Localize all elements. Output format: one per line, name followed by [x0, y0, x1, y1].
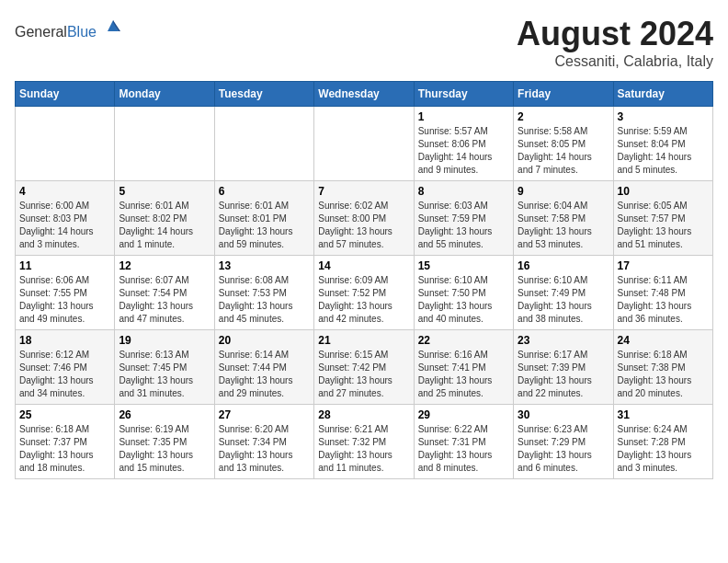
day-number: 5: [119, 185, 210, 198]
weekday-header-wednesday: Wednesday: [314, 82, 414, 107]
weekday-header-sunday: Sunday: [16, 82, 115, 107]
calendar-cell: 5Sunrise: 6:01 AM Sunset: 8:02 PM Daylig…: [115, 181, 214, 256]
weekday-header-monday: Monday: [115, 82, 214, 107]
calendar-week-row: 11Sunrise: 6:06 AM Sunset: 7:55 PM Dayli…: [16, 256, 713, 330]
day-info: Sunrise: 6:04 AM Sunset: 7:58 PM Dayligh…: [518, 200, 609, 251]
day-number: 8: [418, 185, 509, 198]
day-info: Sunrise: 5:58 AM Sunset: 8:05 PM Dayligh…: [518, 125, 609, 177]
calendar-cell: 27Sunrise: 6:20 AM Sunset: 7:34 PM Dayli…: [214, 405, 313, 479]
calendar-cell: 19Sunrise: 6:13 AM Sunset: 7:45 PM Dayli…: [115, 330, 214, 405]
calendar-cell: 1Sunrise: 5:57 AM Sunset: 8:06 PM Daylig…: [414, 107, 513, 181]
calendar-cell: 26Sunrise: 6:19 AM Sunset: 7:35 PM Dayli…: [115, 405, 214, 479]
calendar-cell: [314, 107, 414, 181]
day-number: 16: [518, 259, 609, 272]
calendar-cell: [115, 107, 214, 181]
weekday-header-saturday: Saturday: [613, 82, 712, 107]
weekday-header-row: SundayMondayTuesdayWednesdayThursdayFrid…: [16, 82, 713, 107]
day-number: 26: [119, 408, 210, 421]
day-info: Sunrise: 6:10 AM Sunset: 7:49 PM Dayligh…: [518, 274, 609, 326]
day-number: 20: [219, 334, 310, 347]
day-info: Sunrise: 6:16 AM Sunset: 7:41 PM Dayligh…: [418, 349, 509, 400]
calendar-cell: 24Sunrise: 6:18 AM Sunset: 7:38 PM Dayli…: [613, 330, 712, 405]
day-info: Sunrise: 6:07 AM Sunset: 7:54 PM Dayligh…: [119, 274, 210, 326]
day-number: 30: [518, 408, 609, 421]
calendar-cell: 15Sunrise: 6:10 AM Sunset: 7:50 PM Dayli…: [414, 256, 513, 330]
calendar-cell: 23Sunrise: 6:17 AM Sunset: 7:39 PM Dayli…: [514, 330, 613, 405]
day-info: Sunrise: 6:17 AM Sunset: 7:39 PM Dayligh…: [518, 349, 609, 400]
day-number: 10: [618, 185, 709, 198]
day-number: 13: [219, 259, 310, 272]
calendar-cell: 17Sunrise: 6:11 AM Sunset: 7:48 PM Dayli…: [613, 256, 712, 330]
calendar-cell: 7Sunrise: 6:02 AM Sunset: 8:00 PM Daylig…: [314, 181, 414, 256]
logo-blue-text: Blue: [67, 24, 97, 40]
calendar-cell: 9Sunrise: 6:04 AM Sunset: 7:58 PM Daylig…: [514, 181, 613, 256]
day-number: 6: [219, 185, 310, 198]
day-number: 15: [418, 259, 509, 272]
day-info: Sunrise: 6:19 AM Sunset: 7:35 PM Dayligh…: [119, 423, 210, 475]
calendar-cell: 21Sunrise: 6:15 AM Sunset: 7:42 PM Dayli…: [314, 330, 414, 405]
calendar-cell: 4Sunrise: 6:00 AM Sunset: 8:03 PM Daylig…: [16, 181, 115, 256]
day-number: 1: [418, 110, 509, 123]
page-header: GeneralBlue August 2024 Cessaniti, Calab…: [15, 15, 713, 70]
day-info: Sunrise: 6:24 AM Sunset: 7:28 PM Dayligh…: [618, 423, 709, 475]
day-info: Sunrise: 6:01 AM Sunset: 8:02 PM Dayligh…: [119, 200, 210, 251]
day-number: 23: [518, 334, 609, 347]
day-info: Sunrise: 5:57 AM Sunset: 8:06 PM Dayligh…: [418, 125, 509, 177]
location-subtitle: Cessaniti, Calabria, Italy: [517, 53, 713, 70]
day-number: 7: [318, 185, 409, 198]
day-number: 14: [318, 259, 409, 272]
day-number: 24: [618, 334, 709, 347]
calendar-week-row: 4Sunrise: 6:00 AM Sunset: 8:03 PM Daylig…: [16, 181, 713, 256]
month-title: August 2024: [517, 15, 713, 53]
day-info: Sunrise: 6:03 AM Sunset: 7:59 PM Dayligh…: [418, 200, 509, 251]
day-info: Sunrise: 6:18 AM Sunset: 7:38 PM Dayligh…: [618, 349, 709, 400]
day-info: Sunrise: 6:06 AM Sunset: 7:55 PM Dayligh…: [19, 274, 110, 326]
weekday-header-thursday: Thursday: [414, 82, 513, 107]
calendar-cell: [214, 107, 313, 181]
calendar-cell: 3Sunrise: 5:59 AM Sunset: 8:04 PM Daylig…: [613, 107, 712, 181]
day-info: Sunrise: 6:23 AM Sunset: 7:29 PM Dayligh…: [518, 423, 609, 475]
calendar-cell: 10Sunrise: 6:05 AM Sunset: 7:57 PM Dayli…: [613, 181, 712, 256]
day-info: Sunrise: 6:09 AM Sunset: 7:52 PM Dayligh…: [318, 274, 409, 326]
title-block: August 2024 Cessaniti, Calabria, Italy: [517, 15, 713, 70]
day-number: 2: [518, 110, 609, 123]
calendar-cell: 8Sunrise: 6:03 AM Sunset: 7:59 PM Daylig…: [414, 181, 513, 256]
day-info: Sunrise: 6:10 AM Sunset: 7:50 PM Dayligh…: [418, 274, 509, 326]
calendar-cell: 22Sunrise: 6:16 AM Sunset: 7:41 PM Dayli…: [414, 330, 513, 405]
calendar-cell: 6Sunrise: 6:01 AM Sunset: 8:01 PM Daylig…: [214, 181, 313, 256]
day-info: Sunrise: 6:20 AM Sunset: 7:34 PM Dayligh…: [219, 423, 310, 475]
calendar-cell: [16, 107, 115, 181]
day-number: 9: [518, 185, 609, 198]
day-number: 4: [19, 185, 110, 198]
day-info: Sunrise: 6:22 AM Sunset: 7:31 PM Dayligh…: [418, 423, 509, 475]
day-info: Sunrise: 6:15 AM Sunset: 7:42 PM Dayligh…: [318, 349, 409, 400]
day-number: 29: [418, 408, 509, 421]
day-info: Sunrise: 6:08 AM Sunset: 7:53 PM Dayligh…: [219, 274, 310, 326]
calendar-cell: 18Sunrise: 6:12 AM Sunset: 7:46 PM Dayli…: [16, 330, 115, 405]
calendar-cell: 13Sunrise: 6:08 AM Sunset: 7:53 PM Dayli…: [214, 256, 313, 330]
day-info: Sunrise: 6:02 AM Sunset: 8:00 PM Dayligh…: [318, 200, 409, 251]
calendar-cell: 31Sunrise: 6:24 AM Sunset: 7:28 PM Dayli…: [613, 405, 712, 479]
weekday-header-tuesday: Tuesday: [214, 82, 313, 107]
day-number: 17: [618, 259, 709, 272]
day-number: 21: [318, 334, 409, 347]
day-number: 27: [219, 408, 310, 421]
day-number: 11: [19, 259, 110, 272]
calendar-cell: 29Sunrise: 6:22 AM Sunset: 7:31 PM Dayli…: [414, 405, 513, 479]
day-info: Sunrise: 6:21 AM Sunset: 7:32 PM Dayligh…: [318, 423, 409, 475]
day-info: Sunrise: 5:59 AM Sunset: 8:04 PM Dayligh…: [618, 125, 709, 177]
day-info: Sunrise: 6:01 AM Sunset: 8:01 PM Dayligh…: [219, 200, 310, 251]
calendar-cell: 28Sunrise: 6:21 AM Sunset: 7:32 PM Dayli…: [314, 405, 414, 479]
calendar-week-row: 1Sunrise: 5:57 AM Sunset: 8:06 PM Daylig…: [16, 107, 713, 181]
calendar-week-row: 18Sunrise: 6:12 AM Sunset: 7:46 PM Dayli…: [16, 330, 713, 405]
calendar-week-row: 25Sunrise: 6:18 AM Sunset: 7:37 PM Dayli…: [16, 405, 713, 479]
logo-general-text: General: [15, 24, 67, 40]
day-info: Sunrise: 6:14 AM Sunset: 7:44 PM Dayligh…: [219, 349, 310, 400]
day-info: Sunrise: 6:11 AM Sunset: 7:48 PM Dayligh…: [618, 274, 709, 326]
day-number: 28: [318, 408, 409, 421]
day-number: 22: [418, 334, 509, 347]
calendar-cell: 25Sunrise: 6:18 AM Sunset: 7:37 PM Dayli…: [16, 405, 115, 479]
calendar-cell: 16Sunrise: 6:10 AM Sunset: 7:49 PM Dayli…: [514, 256, 613, 330]
day-info: Sunrise: 6:13 AM Sunset: 7:45 PM Dayligh…: [119, 349, 210, 400]
day-info: Sunrise: 6:00 AM Sunset: 8:03 PM Dayligh…: [19, 200, 110, 251]
